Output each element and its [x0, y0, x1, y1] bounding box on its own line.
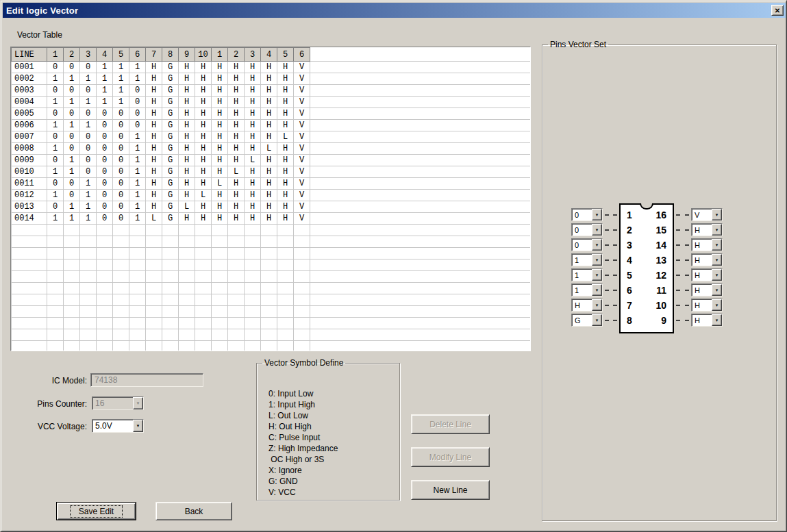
column-header: 3	[80, 48, 97, 62]
vector-cell	[245, 248, 261, 259]
pin-15-select[interactable]: H▼	[691, 223, 723, 236]
table-row[interactable]: 0003000110HGHHHHHHHV	[12, 85, 531, 97]
vector-cell: 0	[64, 178, 80, 190]
vector-cell	[129, 259, 146, 271]
vector-table[interactable]: LINE123456789101234560001000111HGHHHHHHH…	[10, 47, 531, 351]
symbol-define-line: X: Ignore	[268, 465, 338, 476]
pin-14-select[interactable]: H▼	[691, 238, 723, 251]
close-button[interactable]: ✕	[771, 5, 784, 16]
pin-12-select[interactable]: H▼	[691, 268, 723, 281]
pin-1-select[interactable]: 0▼	[571, 208, 603, 221]
row-filler	[310, 283, 531, 294]
chevron-down-icon[interactable]: ▼	[712, 254, 722, 266]
pin-6-select[interactable]: 1▼	[571, 283, 603, 296]
chevron-down-icon[interactable]: ▼	[592, 269, 602, 281]
pin-5-select[interactable]: 1▼	[571, 268, 603, 281]
pin-10-select[interactable]: H▼	[691, 299, 723, 312]
vector-cell	[97, 225, 113, 236]
vector-cell: V	[294, 62, 310, 73]
pin-13-select[interactable]: H▼	[691, 253, 723, 266]
vector-cell: H	[277, 108, 294, 120]
table-row[interactable]: 0007000001HGHHHHHHLV	[12, 131, 531, 143]
chevron-down-icon[interactable]: ▼	[712, 269, 722, 281]
vector-cell	[80, 318, 97, 329]
empty-row	[12, 294, 531, 306]
table-row[interactable]: 0002111111HGHHHHHHHV	[12, 73, 531, 85]
vector-cell: 1	[64, 166, 80, 178]
vector-cell: H	[261, 155, 277, 166]
chevron-down-icon[interactable]: ▼	[712, 239, 722, 251]
vcc-voltage-select[interactable]: 5.0V ▼	[92, 419, 144, 433]
chevron-down-icon[interactable]: ▼	[592, 239, 602, 251]
table-row[interactable]: 0004111110HGHHHHHHHV	[12, 97, 531, 108]
titlebar[interactable]: Edit logic Vector ✕	[3, 3, 786, 18]
chevron-down-icon[interactable]: ▼	[592, 224, 602, 236]
pin-stub-icon	[603, 305, 619, 306]
pin-7-select[interactable]: H▼	[571, 299, 603, 312]
vector-cell: 0	[113, 143, 129, 155]
vector-cell	[179, 306, 195, 318]
pin-8-select[interactable]: G▼	[571, 314, 603, 327]
vector-cell	[97, 318, 113, 329]
chevron-down-icon[interactable]: ▼	[712, 314, 722, 326]
chevron-down-icon[interactable]: ▼	[712, 209, 722, 220]
vector-cell: 0	[47, 178, 64, 190]
pin-11-select[interactable]: H▼	[691, 283, 723, 296]
vector-cell: V	[294, 143, 310, 155]
new-line-button[interactable]: New Line	[411, 480, 490, 500]
table-row[interactable]: 0005000000HGHHHHHHHV	[12, 108, 531, 120]
empty-row	[12, 318, 531, 329]
chip-pin-number: 4	[627, 253, 632, 268]
save-edit-button[interactable]: Save Edit	[56, 502, 136, 520]
pin-3-select[interactable]: 0▼	[571, 238, 603, 251]
vector-cell	[228, 271, 245, 283]
pin-16-select[interactable]: V▼	[691, 208, 723, 221]
chevron-down-icon[interactable]: ▼	[592, 209, 602, 220]
vector-cell: G	[162, 213, 179, 225]
pin-row: G▼	[571, 314, 619, 327]
pin-2-select[interactable]: 0▼	[571, 223, 603, 236]
pin-row: H▼	[674, 299, 723, 312]
pin-9-select[interactable]: H▼	[691, 314, 723, 327]
chevron-down-icon[interactable]: ▼	[592, 284, 602, 296]
pin-7-select-value: H	[572, 299, 592, 311]
chevron-down-icon[interactable]: ▼	[712, 224, 722, 236]
left-pin-selectors: 0▼0▼0▼1▼1▼1▼H▼G▼	[571, 208, 619, 329]
table-row[interactable]: 0011001001HGHHLHHHHV	[12, 178, 531, 190]
back-button[interactable]: Back	[155, 502, 232, 520]
vector-cell	[245, 236, 261, 248]
vector-cell	[64, 294, 80, 306]
vector-cell: H	[245, 213, 261, 225]
chip-pin-number: 9	[655, 313, 666, 328]
vector-cell: V	[294, 131, 310, 143]
vector-cell: H	[212, 143, 228, 155]
vector-cell: H	[245, 62, 261, 73]
vector-cell	[162, 283, 179, 294]
row-filler	[310, 166, 531, 178]
chevron-down-icon[interactable]: ▼	[712, 284, 722, 296]
table-row[interactable]: 0013011001HGLHHHHHHV	[12, 201, 531, 213]
vector-cell: 0	[64, 108, 80, 120]
table-row[interactable]: 0006111000HGHHHHHHHV	[12, 120, 531, 131]
vector-cell: L	[146, 213, 162, 225]
chevron-down-icon[interactable]: ▼	[712, 299, 722, 311]
chevron-down-icon[interactable]: ▼	[592, 314, 602, 326]
chevron-down-icon[interactable]: ▼	[133, 420, 143, 432]
vector-cell: 0	[113, 201, 129, 213]
table-row[interactable]: 0014111001LGHHHHHHHV	[12, 213, 531, 225]
table-row[interactable]: 0008100001HGHHHHHLHV	[12, 143, 531, 155]
vector-cell	[228, 259, 245, 271]
chevron-down-icon[interactable]: ▼	[592, 254, 602, 266]
table-row[interactable]: 0010110001HGHHHLHHHV	[12, 166, 531, 178]
vector-cell	[47, 341, 64, 352]
pin-10-select-value: H	[692, 299, 712, 311]
row-filler	[310, 248, 531, 259]
pin-4-select[interactable]: 1▼	[571, 253, 603, 266]
vector-cell	[179, 271, 195, 283]
column-header: 5	[113, 48, 129, 62]
table-row[interactable]: 0001000111HGHHHHHHHV	[12, 62, 531, 73]
chevron-down-icon[interactable]: ▼	[592, 299, 602, 311]
table-row[interactable]: 0009010001HGHHHHLHHV	[12, 155, 531, 166]
vector-cell	[261, 259, 277, 271]
table-row[interactable]: 0012101001HGHLHHHHHV	[12, 190, 531, 201]
